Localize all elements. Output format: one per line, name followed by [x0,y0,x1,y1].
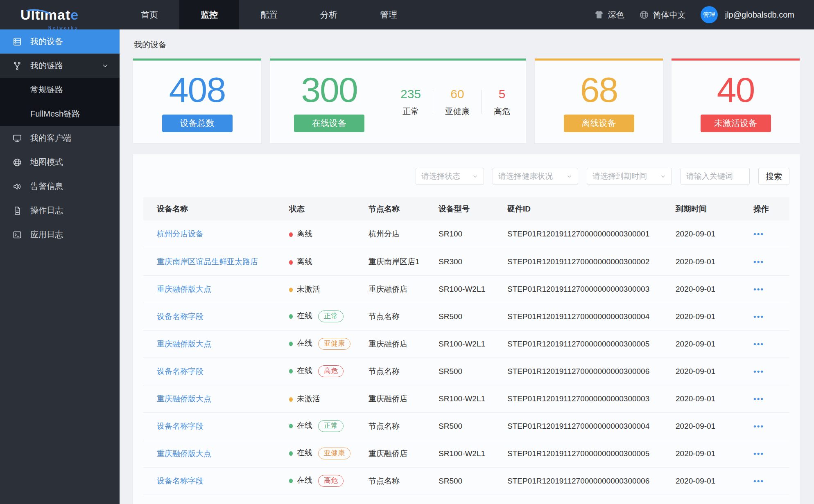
sidebar-item[interactable]: 操作日志 [0,198,120,223]
device-name-link[interactable]: 重庆融侨版大点 [157,394,211,403]
node-name: 重庆融侨店 [369,385,439,412]
total-devices-button[interactable]: 设备总数 [162,115,233,132]
topbar-nav-tab[interactable]: 监控 [179,0,239,29]
sidebar-item[interactable]: 应用日志 [0,223,120,247]
stat-card-online: 300 在线设备 235 正常 60 亚健康 5 [270,59,526,143]
sidebar-item[interactable]: 我的设备 [0,29,120,54]
expire-filter-select[interactable]: 请选择到期时间 [587,168,672,185]
device-name-link[interactable]: 设备名称字段 [157,367,204,376]
logo-subtext: Networks [48,26,79,30]
expire-date: 2020-09-01 [676,220,753,248]
filter-bar: 请选择状态 请选择健康状况 请选择到期时间 搜索 [143,168,789,185]
user-email[interactable]: jlp@globalsdb.com [725,10,794,20]
online-devices-button[interactable]: 在线设备 [294,115,364,132]
device-name-link[interactable]: 设备名称字段 [157,422,204,430]
status-dot [289,451,293,456]
divider [482,90,482,114]
sidebar-subitem[interactable]: FullMesh链路 [0,102,120,126]
inactive-devices-button[interactable]: 未激活设备 [701,115,771,132]
hardware-id: STEP01R1201911270000000000300006 [507,358,676,385]
device-model: SR100-W2L1 [439,275,507,303]
sidebar-item-label: 告警信息 [30,181,63,192]
hardware-id: STEP01R1201911270000000000300003 [507,385,676,412]
status-dot [289,342,293,346]
theme-toggle[interactable]: 深色 [594,9,624,20]
chevron-down-icon [472,173,478,180]
hardware-id: STEP01R1201911270000000000300005 [507,440,676,467]
row-actions-button[interactable]: ••• [753,367,764,376]
health-filter-select[interactable]: 请选择健康状况 [493,168,578,185]
row-actions-button[interactable]: ••• [753,394,764,403]
row-actions-button[interactable]: ••• [753,312,764,321]
total-devices-value: 408 [169,72,226,107]
sidebar-item-label: 应用日志 [30,229,63,240]
device-name-link[interactable]: 杭州分店设备 [157,230,204,238]
stat-card-total: 408 设备总数 [133,59,261,143]
health-badge: 正常 [318,310,344,322]
stat-card-offline: 68 离线设备 [535,59,663,143]
hardware-id: STEP01R1201911270000000000300006 [507,467,676,495]
status-dot [289,397,293,402]
device-model: SR100 [439,220,507,248]
sidebar-subitem[interactable]: 常规链路 [0,78,120,102]
table-row: 重庆南岸区谊品生鲜亚太路店 离线 重庆南岸区店1 SR300 STEP01R12… [143,248,789,275]
table-row: 设备名称字段 在线高危 节点名称 SR500 STEP01R1201911270… [143,467,789,495]
sidebar-item-label: 操作日志 [30,205,63,216]
sidebar-item[interactable]: 我的链路 [0,54,120,78]
node-name: 重庆融侨店 [369,440,439,467]
row-actions-button[interactable]: ••• [753,257,764,266]
device-name-link[interactable]: 重庆融侨版大点 [157,340,211,348]
hardware-id: STEP01R1201911270000000000300001 [507,220,676,248]
globe-icon [12,158,22,167]
row-actions-button[interactable]: ••• [753,230,764,238]
hardware-id: STEP01R1201911270000000000300004 [507,412,676,440]
device-model: SR100-W2L1 [439,385,507,412]
device-model: SR100-W2L1 [439,330,507,358]
status-filter-select[interactable]: 请选择状态 [416,168,484,185]
hardware-id: STEP01R1201911270000000000300005 [507,330,676,358]
sidebar-item[interactable]: 我的客户端 [0,126,120,150]
status-dot [289,369,293,374]
top-navigation: 首页监控配置分析管理 [120,0,418,29]
normal-count: 235 正常 [400,87,421,117]
offline-devices-value: 68 [580,72,618,107]
sidebar-item-label: 我的客户端 [30,133,71,144]
row-actions-button[interactable]: ••• [753,422,764,430]
language-switcher[interactable]: 简体中文 [639,9,686,20]
node-name: 节点名称 [369,303,439,330]
device-model: SR100-W2L1 [439,440,507,467]
status-text: 在线 [297,421,312,430]
row-actions-button[interactable]: ••• [753,340,764,348]
sidebar-item[interactable]: 地图模式 [0,150,120,174]
topbar-nav-tab[interactable]: 配置 [239,0,299,29]
row-actions-button[interactable]: ••• [753,477,764,485]
topbar-nav-tab[interactable]: 管理 [359,0,418,29]
column-header-hwid: 硬件ID [507,197,676,220]
topbar-nav-tab[interactable]: 首页 [120,0,179,29]
sidebar-item[interactable]: 告警信息 [0,174,120,198]
device-name-link[interactable]: 重庆南岸区谊品生鲜亚太路店 [157,257,258,266]
expire-date: 2020-09-01 [676,275,753,303]
table-row: 重庆融侨版大点 未激活 重庆融侨店 SR100-W2L1 STEP01R1201… [143,275,789,303]
keyword-input[interactable] [681,168,750,185]
status-dot [289,232,293,237]
row-actions-button[interactable]: ••• [753,285,764,293]
chevron-down-icon [566,173,572,180]
device-panel: 请选择状态 请选择健康状况 请选择到期时间 搜索 [133,154,800,504]
search-button[interactable]: 搜索 [758,168,789,185]
terminal-icon [12,230,22,240]
row-actions-button[interactable]: ••• [753,449,764,458]
status-text: 离线 [297,257,312,266]
device-name-link[interactable]: 设备名称字段 [157,312,204,321]
topbar-nav-tab[interactable]: 分析 [299,0,359,29]
device-name-link[interactable]: 重庆融侨版大点 [157,285,211,293]
device-name-link[interactable]: 设备名称字段 [157,477,204,485]
chevron-down-icon [102,62,109,70]
device-model: SR500 [439,467,507,495]
stat-cards: 408 设备总数 300 在线设备 235 正常 60 [133,59,800,143]
expire-date: 2020-09-01 [676,358,753,385]
device-name-link[interactable]: 重庆融侨版大点 [157,449,211,458]
user-avatar[interactable]: 管理 [701,6,718,23]
offline-devices-button[interactable]: 离线设备 [564,115,634,132]
globe-icon [639,10,649,20]
